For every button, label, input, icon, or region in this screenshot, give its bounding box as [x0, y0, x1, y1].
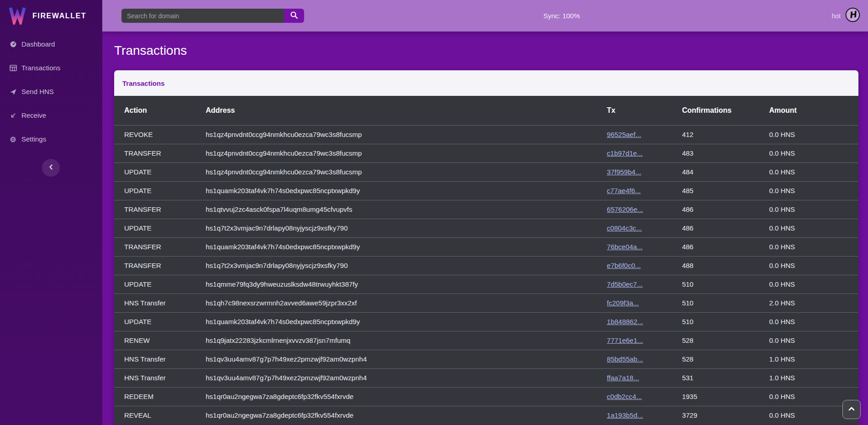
- chevron-up-icon: [847, 405, 856, 414]
- tx-link[interactable]: c1b97d1e...: [607, 149, 642, 157]
- amount-cell: 0.0 HNS: [769, 219, 858, 237]
- tx-cell: 6576206e...: [607, 200, 682, 219]
- tx-link[interactable]: c77ae4f6...: [607, 187, 641, 194]
- address-cell: hs1qh7c98nexsrzwrmnh2avved6awe59jzpr3xx2…: [205, 294, 607, 312]
- tx-link[interactable]: fc209f3a...: [607, 299, 639, 307]
- sidebar-item-settings[interactable]: Settings: [0, 127, 102, 151]
- tx-link[interactable]: c0db2cc4...: [607, 393, 642, 400]
- amount-cell: 0.0 HNS: [769, 331, 858, 350]
- tx-link[interactable]: ffaa7a18...: [607, 374, 639, 382]
- scroll-to-top-button[interactable]: [842, 400, 861, 419]
- tx-link[interactable]: 7771e6e1...: [607, 336, 643, 344]
- table-row: HNS Transferhs1qv3uu4amv87g7p7h49xez2pmz…: [114, 368, 858, 387]
- confirmations-cell: 484: [682, 163, 769, 181]
- confirmations-cell: 485: [682, 181, 769, 200]
- action-cell: HNS Transfer: [114, 350, 205, 368]
- confirmations-cell: 528: [682, 350, 769, 368]
- tx-link[interactable]: 1b848862...: [607, 318, 643, 325]
- address-cell: hs1quamk203taf4vk7h74s0edxpwc85ncptxwpkd…: [205, 237, 607, 256]
- action-cell: UPDATE: [114, 219, 205, 237]
- tx-cell: 76bce04a...: [607, 237, 682, 256]
- column-header-tx: Tx: [607, 96, 682, 125]
- confirmations-cell: 510: [682, 294, 769, 312]
- column-header-confirmations: Confirmations: [682, 96, 769, 125]
- sidebar-item-receive[interactable]: Receive: [0, 104, 102, 127]
- address-cell: hs1q7t2x3vmjac9n7drlapy08nyjyscjz9xsfky7…: [205, 219, 607, 237]
- tx-link[interactable]: 85bd55ab...: [607, 355, 643, 363]
- sidebar-item-label: Transactions: [21, 63, 60, 73]
- arrow-down-left-icon: [9, 112, 17, 119]
- amount-cell: 0.0 HNS: [769, 181, 858, 200]
- confirmations-cell: 528: [682, 331, 769, 350]
- sidebar-item-dashboard[interactable]: Dashboard: [0, 32, 102, 56]
- action-cell: HNS Transfer: [114, 368, 205, 387]
- action-cell: UPDATE: [114, 163, 205, 181]
- address-cell: hs1qz4pnvdnt0ccg94nmkhcu0ezca79wc3s8fucs…: [205, 144, 607, 163]
- sidebar-collapse-button[interactable]: [42, 159, 60, 177]
- confirmations-cell: 1935: [682, 387, 769, 406]
- column-header-address: Address: [205, 96, 607, 125]
- sidebar-item-send-hns[interactable]: Send HNS: [0, 80, 102, 104]
- tx-link[interactable]: 7d5b0ec7...: [607, 280, 642, 288]
- action-cell: TRANSFER: [114, 237, 205, 256]
- sidebar-nav: Dashboard Transactions: [0, 32, 102, 151]
- page-title: Transactions: [114, 43, 858, 58]
- amount-cell: 0.0 HNS: [769, 163, 858, 181]
- table-row: RENEWhs1q9jatx22283jzkcmlrnenjxvvzv387js…: [114, 331, 858, 350]
- tx-link[interactable]: 6576206e...: [607, 205, 643, 213]
- tx-cell: 1a193b5d...: [607, 406, 682, 425]
- amount-cell: 1.0 HNS: [769, 368, 858, 387]
- confirmations-cell: 486: [682, 219, 769, 237]
- wallet-name: hot: [832, 12, 841, 20]
- table-row: REVEALhs1qr0au2ngegwa7za8gdeptc6fp32fkv5…: [114, 406, 858, 425]
- action-cell: TRANSFER: [114, 144, 205, 163]
- action-cell: UPDATE: [114, 312, 205, 331]
- tx-cell: e7b6f0c0...: [607, 256, 682, 275]
- address-cell: hs1quamk203taf4vk7h74s0edxpwc85ncptxwpkd…: [205, 181, 607, 200]
- tx-cell: 96525aef...: [607, 125, 682, 144]
- brand: FIREWALLET: [0, 0, 102, 31]
- action-cell: TRANSFER: [114, 200, 205, 219]
- amount-cell: 0.0 HNS: [769, 275, 858, 294]
- sidebar-item-label: Receive: [21, 110, 46, 121]
- tx-cell: 1b848862...: [607, 312, 682, 331]
- search-button[interactable]: [284, 9, 304, 23]
- tx-link[interactable]: c0804c3c...: [607, 224, 642, 232]
- tx-link[interactable]: 96525aef...: [607, 131, 641, 138]
- address-cell: hs1qz4pnvdnt0ccg94nmkhcu0ezca79wc3s8fucs…: [205, 163, 607, 181]
- wallet-menu[interactable]: hot H: [832, 7, 860, 24]
- tx-cell: c0804c3c...: [607, 219, 682, 237]
- sidebar-item-transactions[interactable]: Transactions: [0, 56, 102, 80]
- table-row: TRANSFERhs1qz4pnvdnt0ccg94nmkhcu0ezca79w…: [114, 144, 858, 163]
- confirmations-cell: 3729: [682, 406, 769, 425]
- brand-logo-icon: [8, 5, 26, 26]
- amount-cell: 0.0 HNS: [769, 312, 858, 331]
- gauge-icon: [9, 41, 17, 48]
- table-icon: [9, 65, 17, 71]
- amount-cell: 0.0 HNS: [769, 237, 858, 256]
- tx-link[interactable]: 76bce04a...: [607, 243, 642, 251]
- action-cell: UPDATE: [114, 275, 205, 294]
- table-row: UPDATEhs1quamk203taf4vk7h74s0edxpwc85ncp…: [114, 312, 858, 331]
- amount-cell: 0.0 HNS: [769, 200, 858, 219]
- action-cell: HNS Transfer: [114, 294, 205, 312]
- confirmations-cell: 510: [682, 312, 769, 331]
- address-cell: hs1qv3uu4amv87g7p7h49xez2pmzwjf92am0wzpn…: [205, 368, 607, 387]
- tx-cell: 7d5b0ec7...: [607, 275, 682, 294]
- confirmations-cell: 510: [682, 275, 769, 294]
- card-header: Transactions: [114, 70, 858, 96]
- tx-link[interactable]: e7b6f0c0...: [607, 262, 641, 269]
- sidebar-item-label: Send HNS: [21, 87, 54, 97]
- action-cell: TRANSFER: [114, 256, 205, 275]
- confirmations-cell: 412: [682, 125, 769, 144]
- brand-name: FIREWALLET: [32, 12, 86, 20]
- amount-cell: 0.0 HNS: [769, 144, 858, 163]
- tx-link[interactable]: 1a193b5d...: [607, 411, 643, 419]
- tx-link[interactable]: 37f959b4...: [607, 168, 641, 176]
- domain-search: [121, 9, 304, 23]
- card-title: Transactions: [122, 79, 165, 87]
- transactions-table: Action Address Tx Confirmations Amount R…: [114, 96, 858, 425]
- tx-cell: 7771e6e1...: [607, 331, 682, 350]
- confirmations-cell: 483: [682, 144, 769, 163]
- search-input[interactable]: [121, 9, 284, 23]
